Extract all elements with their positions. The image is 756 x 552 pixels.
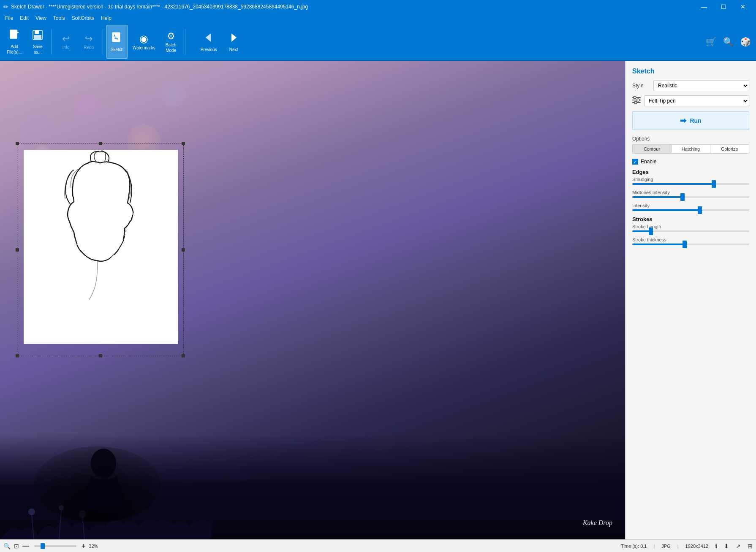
nav-group: Previous Next	[197, 25, 245, 59]
dimensions-label: 1920x3412	[685, 544, 708, 549]
svg-rect-6	[112, 32, 120, 42]
title-bar: ✏ Sketch Drawer - ****Unregistered versi…	[0, 0, 756, 14]
save-as-button[interactable]: Save as...	[27, 25, 48, 59]
run-label: Run	[690, 117, 701, 124]
stroke-thickness-thumb[interactable]	[683, 241, 687, 248]
status-bar: 🔍 ⊡ — + 32% Time (s): 0.1 | JPG | 1920x3…	[0, 539, 756, 552]
svg-rect-4	[35, 30, 39, 34]
svg-point-19	[634, 96, 636, 99]
status-zoom-icon[interactable]: 🔍	[3, 543, 11, 549]
format-label: JPG	[661, 544, 670, 549]
svg-marker-7	[206, 33, 211, 42]
status-share2-icon[interactable]: ↗	[736, 543, 741, 549]
save-icon	[32, 29, 44, 43]
main-content: Kake Drop Sketch Style Realistic Pencil …	[0, 61, 756, 539]
batch-label2: Mode	[166, 48, 176, 53]
redo-button[interactable]: ↪ Redo	[78, 25, 99, 59]
right-panel: Sketch Style Realistic Pencil Charcoal C…	[625, 61, 756, 539]
tab-colorize[interactable]: Colorize	[710, 145, 749, 153]
previous-button[interactable]: Previous	[197, 25, 220, 59]
next-label: Next	[229, 47, 238, 52]
cart-icon[interactable]: 🛒	[704, 35, 718, 49]
svg-rect-5	[34, 35, 41, 39]
svg-point-10	[28, 509, 35, 515]
status-share3-icon[interactable]: ⊞	[748, 543, 753, 549]
style-select[interactable]: Realistic Pencil Charcoal Cartoon	[653, 80, 749, 91]
tab-row: Contour Hatching Colorize	[632, 144, 749, 154]
svg-point-15	[91, 449, 116, 478]
minimize-button[interactable]: —	[694, 0, 714, 14]
menu-file[interactable]: File	[2, 14, 16, 22]
batch-icon: ⚙	[167, 31, 175, 42]
app-icon: ✏	[3, 3, 8, 10]
add-file-label2: File(s)...	[7, 50, 22, 54]
zoom-thumb[interactable]	[41, 543, 45, 549]
status-zoom-out-icon[interactable]: —	[22, 542, 29, 550]
tab-hatching[interactable]: Hatching	[672, 145, 710, 153]
status-zoom-in-icon[interactable]: +	[82, 542, 85, 550]
stroke-thickness-fill	[632, 244, 687, 245]
stroke-thickness-slider[interactable]	[632, 244, 749, 245]
next-button[interactable]: Next	[222, 25, 245, 59]
midtones-thumb[interactable]	[680, 193, 685, 201]
smudging-thumb[interactable]	[712, 180, 716, 188]
menu-tools[interactable]: Tools	[50, 14, 68, 22]
stroke-length-row: Stroke Length	[632, 224, 749, 232]
next-icon	[227, 31, 240, 46]
menu-view[interactable]: View	[32, 14, 50, 22]
zoom-slider[interactable]	[34, 545, 76, 547]
bokeh-light	[21, 111, 51, 141]
canvas-area[interactable]: Kake Drop	[0, 61, 625, 539]
toolbar: Add File(s)... Save as... ↩ Info ↪ Redo …	[0, 23, 756, 61]
run-arrow-icon: ➡	[680, 116, 686, 125]
menu-softorbits[interactable]: SoftOrbits	[68, 14, 98, 22]
stroke-length-thumb[interactable]	[649, 227, 653, 235]
sketch-button[interactable]: Sketch	[106, 25, 128, 59]
window-controls: — ☐ ✕	[694, 0, 753, 14]
midtones-slider[interactable]	[632, 196, 749, 198]
maximize-button[interactable]: ☐	[714, 0, 733, 14]
presets-icon	[632, 96, 641, 106]
save-label: Save	[33, 44, 43, 49]
add-file-button[interactable]: Add File(s)...	[3, 25, 25, 59]
menu-edit[interactable]: Edit	[16, 14, 32, 22]
undo-button[interactable]: ↩ Info	[55, 25, 76, 59]
smudging-row: Smudging	[632, 177, 749, 185]
midtones-row: Midtones Intensity	[632, 190, 749, 198]
status-share1-icon[interactable]: ⬇	[724, 543, 729, 549]
svg-marker-8	[231, 33, 237, 42]
title-bar-text: Sketch Drawer - ****Unregistered version…	[11, 4, 694, 10]
edges-title: Edges	[632, 169, 749, 175]
intensity-thumb[interactable]	[698, 206, 702, 214]
intensity-slider[interactable]	[632, 209, 749, 211]
style-row: Style Realistic Pencil Charcoal Cartoon	[632, 80, 749, 91]
watermark-text: Kake Drop	[583, 519, 612, 527]
menu-help[interactable]: Help	[98, 14, 115, 22]
toolbar-sep1	[52, 29, 52, 54]
person-silhouette-svg	[51, 446, 156, 531]
search-icon[interactable]: 🔍	[721, 35, 735, 49]
enable-checkbox[interactable]: ✓	[632, 159, 638, 165]
batch-label: Batch	[166, 43, 177, 47]
smudging-slider[interactable]	[632, 183, 749, 185]
sketch-label: Sketch	[111, 47, 124, 52]
presets-select[interactable]: Felt-Tip pen Hard pencil Soft pencil	[644, 95, 749, 106]
watermarks-label: Watermarks	[133, 46, 155, 50]
presets-row: Felt-Tip pen Hard pencil Soft pencil	[632, 95, 749, 106]
dice-icon[interactable]: 🎲	[739, 35, 753, 49]
status-fit-icon[interactable]: ⊡	[14, 543, 19, 549]
redo-label: Redo	[84, 45, 94, 50]
watermarks-button[interactable]: ◉ Watermarks	[129, 25, 159, 59]
close-button[interactable]: ✕	[733, 0, 753, 14]
toolbar-right: 🛒 🔍 🎲	[704, 35, 753, 49]
previous-icon	[202, 31, 215, 46]
stroke-length-slider[interactable]	[632, 230, 749, 232]
tab-contour[interactable]: Contour	[633, 145, 672, 153]
batch-mode-button[interactable]: ⚙ Batch Mode	[160, 25, 182, 59]
redo-icon: ↪	[85, 33, 92, 44]
stroke-thickness-label: Stroke thickness	[632, 237, 749, 242]
bokeh-light	[127, 124, 160, 158]
status-info-icon[interactable]: ℹ	[715, 543, 717, 549]
bokeh-light	[84, 208, 127, 251]
run-button[interactable]: ➡ Run	[632, 111, 749, 130]
